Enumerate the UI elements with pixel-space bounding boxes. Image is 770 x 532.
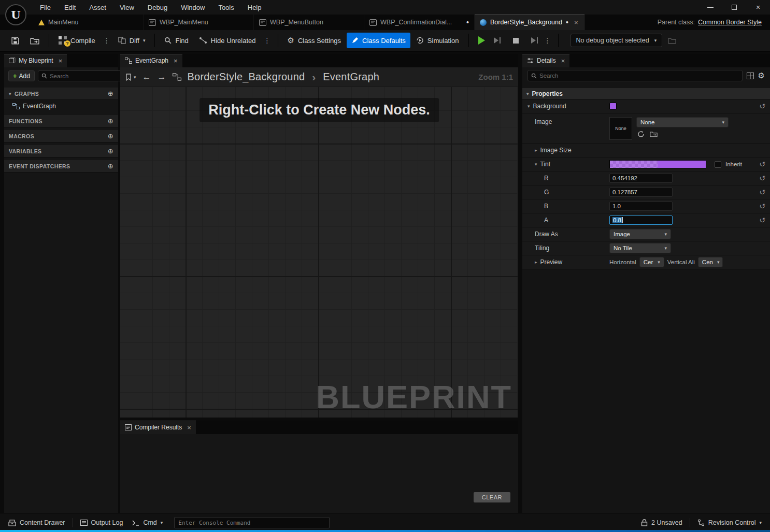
tab-my-blueprint[interactable]: My Blueprint ×	[4, 54, 67, 67]
browse-to-asset-icon[interactable]	[650, 131, 658, 137]
tab-close-icon[interactable]: ×	[59, 57, 63, 65]
tint-b-input[interactable]: 1.0	[609, 202, 673, 211]
add-variable-icon[interactable]: ⊕	[108, 147, 113, 155]
section-variables[interactable]: VARIABLES ⊕	[4, 145, 118, 157]
breadcrumb-root[interactable]: BorderStyle_Background	[188, 71, 305, 83]
details-settings-icon[interactable]: ⚙	[758, 72, 765, 80]
vertical-align-select[interactable]: Cen ▾	[698, 257, 723, 267]
cmd-select[interactable]: Cmd ▾	[130, 519, 165, 526]
expander-icon[interactable]: ▸	[535, 260, 537, 265]
expander-icon[interactable]: ▾	[535, 162, 537, 167]
menu-view[interactable]: View	[113, 0, 141, 15]
class-defaults-button[interactable]: Class Defaults	[347, 33, 410, 48]
reset-to-default-icon[interactable]: ↺	[755, 202, 769, 210]
row-image: Image None None ▾	[522, 113, 770, 143]
section-event-dispatchers[interactable]: EVENT DISPATCHERS ⊕	[4, 160, 118, 172]
add-graph-icon[interactable]: ⊕	[108, 90, 113, 97]
compile-options-icon[interactable]: ⋮	[101, 36, 112, 45]
horizontal-align-select[interactable]: Cer ▾	[639, 257, 664, 267]
add-event-dispatcher-icon[interactable]: ⊕	[108, 162, 113, 170]
display-options-icon[interactable]	[747, 73, 754, 79]
unsaved-assets-button[interactable]: 2 Unsaved	[639, 519, 685, 526]
add-function-icon[interactable]: ⊕	[108, 117, 113, 125]
add-macro-icon[interactable]: ⊕	[108, 132, 113, 140]
eject-button[interactable]	[528, 37, 541, 44]
asset-tab-wbp-mainmenu[interactable]: WBP_MainMenu	[144, 15, 254, 30]
section-functions[interactable]: FUNCTIONS ⊕	[4, 115, 118, 127]
stop-button[interactable]	[505, 33, 527, 48]
tint-g-input[interactable]: 0.127857	[609, 188, 673, 197]
use-selected-asset-icon[interactable]	[637, 131, 645, 138]
details-search-input[interactable]	[539, 73, 739, 79]
blueprint-search-input[interactable]	[50, 73, 130, 79]
debug-browse-button[interactable]	[663, 33, 681, 48]
output-log-button[interactable]: Output Log	[78, 519, 125, 526]
bookmarks-button[interactable]: ▾	[125, 74, 136, 81]
asset-tab-borderstyle-background[interactable]: BorderStyle_Background • ×	[475, 15, 585, 30]
tab-close-icon[interactable]: ×	[174, 57, 178, 65]
image-thumbnail[interactable]: None	[609, 117, 632, 140]
tab-compiler-results[interactable]: Compiler Results ×	[120, 421, 196, 434]
hide-unrelated-options-icon[interactable]: ⋮	[262, 36, 273, 45]
breadcrumb-leaf[interactable]: EventGraph	[323, 71, 379, 83]
diff-button[interactable]: Diff ▾	[113, 33, 150, 48]
reset-to-default-icon[interactable]: ↺	[755, 102, 769, 110]
menu-file[interactable]: File	[33, 0, 58, 15]
compile-button[interactable]: ? Compile	[54, 33, 100, 48]
minimize-button[interactable]	[698, 0, 722, 15]
frame-skip-button[interactable]	[491, 37, 504, 44]
image-asset-select[interactable]: None ▾	[636, 117, 729, 127]
asset-tab-wbp-menubutton[interactable]: WBP_MenuButton	[254, 15, 364, 30]
section-graphs[interactable]: ▾ GRAPHS ⊕	[4, 88, 118, 100]
menu-asset[interactable]: Asset	[82, 0, 113, 15]
reset-to-default-icon[interactable]: ↺	[755, 188, 769, 196]
play-button[interactable]	[474, 33, 490, 48]
tab-close-icon[interactable]: ×	[574, 19, 578, 26]
menu-help[interactable]: Help	[241, 0, 268, 15]
console-command-input[interactable]	[178, 520, 325, 526]
background-color-swatch[interactable]	[609, 103, 617, 110]
tab-close-icon[interactable]: ×	[561, 57, 565, 65]
inherit-checkbox[interactable]	[715, 161, 721, 168]
simulation-button[interactable]: Simulation	[411, 33, 464, 48]
menu-tools[interactable]: Tools	[211, 0, 240, 15]
category-properties[interactable]: ▾ Properties	[522, 88, 770, 99]
tint-color-bar[interactable]	[609, 160, 706, 168]
browse-button[interactable]	[25, 33, 44, 48]
find-button[interactable]: Find	[160, 33, 193, 48]
maximize-button[interactable]	[722, 0, 746, 15]
revision-control-button[interactable]: Revision Control ▾	[695, 519, 764, 526]
asset-tab-mainmenu[interactable]: MainMenu	[33, 15, 144, 30]
tint-a-input[interactable]: 0.8	[609, 215, 673, 225]
clear-button[interactable]: CLEAR	[474, 492, 510, 502]
menu-debug[interactable]: Debug	[141, 0, 174, 15]
save-button[interactable]	[6, 33, 24, 48]
menu-edit[interactable]: Edit	[58, 0, 82, 15]
class-settings-button[interactable]: ⚙ Class Settings	[283, 33, 346, 48]
tab-details[interactable]: Details ×	[522, 54, 569, 67]
tab-eventgraph[interactable]: EventGraph ×	[120, 54, 182, 67]
asset-tab-wbp-confirmationdialog[interactable]: WBP_ConfirmationDial... •	[364, 15, 475, 30]
tab-close-icon[interactable]: ×	[187, 424, 191, 432]
section-macros[interactable]: MACROS ⊕	[4, 130, 118, 142]
add-button[interactable]: + Add	[8, 70, 35, 81]
play-options-icon[interactable]: ⋮	[542, 36, 553, 45]
content-drawer-button[interactable]: Content Drawer	[6, 519, 67, 526]
nav-forward-button[interactable]: →	[158, 72, 166, 82]
reset-to-default-icon[interactable]: ↺	[755, 174, 769, 182]
tint-r-input[interactable]: 0.454192	[609, 174, 673, 183]
debug-object-select[interactable]: No debug object selected ▾	[571, 34, 663, 47]
hide-unrelated-button[interactable]: Hide Unrelated	[194, 33, 261, 48]
nav-back-button[interactable]: ←	[142, 72, 151, 82]
expander-icon[interactable]: ▸	[535, 148, 537, 153]
graph-canvas[interactable]: Right-Click to Create New Nodes. BLUEPRI…	[120, 87, 518, 418]
expander-icon[interactable]: ▾	[527, 104, 530, 109]
reset-to-default-icon[interactable]: ↺	[755, 160, 769, 168]
reset-to-default-icon[interactable]: ↺	[755, 216, 769, 224]
parent-class-link[interactable]: Common Border Style	[698, 19, 762, 26]
draw-as-select[interactable]: Image ▾	[609, 229, 671, 239]
menu-window[interactable]: Window	[174, 0, 211, 15]
close-button[interactable]: ×	[746, 0, 770, 15]
tiling-select[interactable]: No Tile ▾	[609, 243, 671, 253]
graph-item-eventgraph[interactable]: EventGraph	[4, 100, 118, 112]
